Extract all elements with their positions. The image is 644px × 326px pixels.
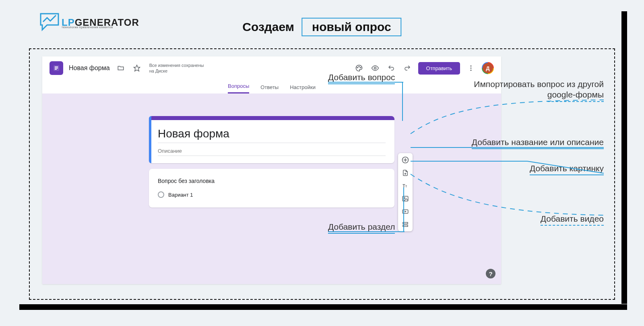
form-canvas: Вопрос без заголовка Вариант 1 TT <box>42 93 501 284</box>
google-forms-app: Новая форма Все изменения сохранены на Д… <box>42 56 501 284</box>
svg-text:T: T <box>402 183 405 188</box>
form-title-input[interactable] <box>158 127 386 143</box>
folder-icon[interactable] <box>116 63 126 73</box>
slide-shadow-right <box>621 11 627 304</box>
anno-add-image: Добавить картинку <box>530 163 604 175</box>
svg-point-10 <box>471 68 472 69</box>
question-text[interactable]: Вопрос без заголовка <box>158 178 386 184</box>
send-button[interactable]: Отправить <box>418 62 460 75</box>
radio-icon <box>158 191 164 198</box>
anno-add-video: Добавить видео <box>541 214 604 226</box>
option-label[interactable]: Вариант 1 <box>168 192 193 198</box>
star-icon[interactable] <box>132 63 142 73</box>
add-image-icon[interactable] <box>401 194 410 203</box>
slide-shadow-bottom <box>19 304 627 310</box>
lpgenerator-logo: LPGENERATOR технологии привлечения клиен… <box>38 11 139 34</box>
svg-point-8 <box>374 67 376 69</box>
svg-point-6 <box>359 66 359 67</box>
anno-add-title: Добавить название или описание <box>472 137 604 149</box>
svg-rect-21 <box>403 222 408 224</box>
more-icon[interactable] <box>466 63 476 73</box>
svg-point-9 <box>471 65 472 66</box>
speech-bubble-icon <box>38 11 62 34</box>
add-section-icon[interactable] <box>401 220 410 229</box>
svg-marker-20 <box>405 211 407 213</box>
add-question-icon[interactable] <box>401 156 410 164</box>
tabs: Вопросы Ответы Настройки <box>42 80 501 93</box>
svg-rect-17 <box>402 196 408 201</box>
svg-text:T: T <box>405 185 407 188</box>
app-header: Новая форма Все изменения сохранены на Д… <box>42 56 501 80</box>
floating-toolbar: TT <box>398 153 413 231</box>
svg-point-11 <box>471 70 472 71</box>
svg-marker-4 <box>134 65 140 71</box>
svg-rect-22 <box>403 225 408 227</box>
heading-boxed: новый опрос <box>301 18 402 36</box>
form-title-header[interactable]: Новая форма <box>69 64 110 72</box>
form-title-card[interactable] <box>149 116 394 163</box>
redo-icon[interactable] <box>402 63 413 73</box>
avatar[interactable]: Д <box>482 62 494 74</box>
anno-add-question: Добавить вопрос <box>328 72 395 84</box>
tab-settings[interactable]: Настройки <box>290 84 316 93</box>
import-question-icon[interactable] <box>401 168 410 177</box>
slide-heading: Создаем новый опрос <box>242 18 401 36</box>
anno-add-section: Добавить раздел <box>328 222 395 234</box>
logo-tagline: технологии привлечения клиентов <box>62 26 113 29</box>
svg-point-5 <box>357 67 358 68</box>
help-button[interactable]: ? <box>486 269 495 278</box>
svg-point-7 <box>360 67 361 68</box>
add-title-icon[interactable]: TT <box>401 181 410 190</box>
option-row[interactable]: Вариант 1 <box>158 191 386 198</box>
svg-rect-2 <box>55 68 58 69</box>
svg-rect-3 <box>55 69 57 70</box>
svg-point-18 <box>404 197 405 199</box>
heading-prefix: Создаем <box>242 20 294 34</box>
question-card[interactable]: Вопрос без заголовка Вариант 1 <box>149 169 394 208</box>
svg-rect-1 <box>55 66 58 67</box>
anno-import-question: Импортировать вопрос из другой google-фо… <box>474 79 604 102</box>
tab-questions[interactable]: Вопросы <box>228 83 249 93</box>
form-description-input[interactable] <box>158 145 386 156</box>
save-status: Все изменения сохранены на Диске <box>149 62 204 74</box>
add-video-icon[interactable] <box>401 207 410 216</box>
forms-logo-icon[interactable] <box>50 61 63 75</box>
tab-answers[interactable]: Ответы <box>260 84 279 93</box>
